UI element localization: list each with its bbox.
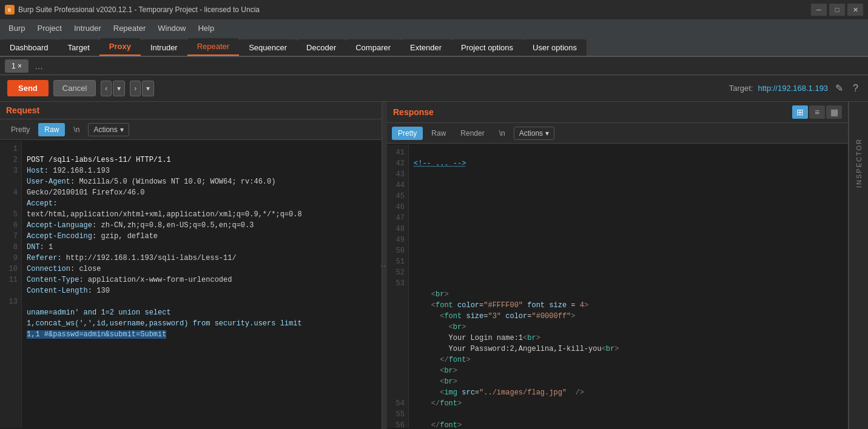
view-list-button[interactable]: ≡ <box>809 105 825 119</box>
content-area: Request Pretty Raw \n Actions ▾ 1 2 3 4 … <box>0 102 868 429</box>
request-actions-button[interactable]: Actions ▾ <box>88 123 129 136</box>
response-code-content: <!-- ... --> <br> <font color="#FFFF00" … <box>409 145 848 428</box>
request-header: Request <box>0 102 382 119</box>
svg-text:B: B <box>8 8 11 12</box>
response-tabbar: Pretty Raw Render \n Actions ▾ <box>387 123 848 144</box>
response-tab-raw[interactable]: Raw <box>425 127 452 140</box>
edit-target-button[interactable]: ✎ <box>833 82 846 94</box>
response-tab-render[interactable]: Render <box>454 127 490 140</box>
nav-prev-button[interactable]: ‹ <box>101 81 112 96</box>
request-tab-newline[interactable]: \n <box>67 123 86 136</box>
response-header: Response ⊞ ≡ ▦ <box>387 102 848 123</box>
titlebar-title: Burp Suite Professional v2020.12.1 - Tem… <box>18 5 260 14</box>
request-line-numbers: 1 2 3 4 5 6 7 8 9 10 11 13 <box>0 141 22 428</box>
main-tabbar: Dashboard Target Proxy Intruder Repeater… <box>0 36 868 57</box>
response-actions-chevron-icon: ▾ <box>545 129 549 138</box>
response-panel: Response ⊞ ≡ ▦ Pretty Raw Render \n Acti… <box>387 102 849 429</box>
inspector-sidebar[interactable]: INSPECTOR <box>849 102 868 429</box>
inspector-label: INSPECTOR <box>855 138 863 188</box>
request-tabbar: Pretty Raw \n Actions ▾ <box>0 119 382 140</box>
help-button[interactable]: ? <box>850 83 861 94</box>
request-title: Request <box>6 105 39 115</box>
response-tab-newline[interactable]: \n <box>493 127 511 140</box>
tab-dashboard[interactable]: Dashboard <box>0 39 58 56</box>
menu-repeater[interactable]: Repeater <box>107 21 152 35</box>
tab-comparer[interactable]: Comparer <box>346 39 400 56</box>
cancel-button[interactable]: Cancel <box>53 80 96 96</box>
nav-next-dd-button[interactable]: ▾ <box>142 81 154 96</box>
response-line-numbers: 41 42 43 44 45 46 47 48 49 50 51 52 53 <box>387 145 409 428</box>
send-button[interactable]: Send <box>7 80 49 96</box>
tab-project-options[interactable]: Project options <box>451 39 523 56</box>
nav-prev-group: ‹ ▾ <box>101 81 125 96</box>
sub-tabbar: 1 × … <box>0 57 868 75</box>
toolbar: Send Cancel ‹ ▾ › ▾ Target: http://192.1… <box>0 75 868 102</box>
response-code-area[interactable]: 41 42 43 44 45 46 47 48 49 50 51 52 53 <box>387 144 848 429</box>
menu-project[interactable]: Project <box>31 21 67 35</box>
tab-intruder[interactable]: Intruder <box>141 39 187 56</box>
request-tab-pretty[interactable]: Pretty <box>5 123 36 136</box>
tab-repeater[interactable]: Repeater <box>187 38 239 56</box>
target-label: Target: <box>729 84 753 93</box>
titlebar-left: B Burp Suite Professional v2020.12.1 - T… <box>5 5 260 15</box>
request-panel: Request Pretty Raw \n Actions ▾ 1 2 3 4 … <box>0 102 382 429</box>
nav-next-button[interactable]: › <box>130 81 141 96</box>
actions-chevron-icon: ▾ <box>120 125 124 134</box>
tab-proxy[interactable]: Proxy <box>99 38 141 56</box>
sub-tab-1[interactable]: 1 × <box>5 59 29 73</box>
panel-divider[interactable]: ⋮ <box>382 102 387 429</box>
view-split-button[interactable]: ⊞ <box>792 105 808 119</box>
sub-tab-dots[interactable]: … <box>31 61 47 71</box>
nav-next-group: › ▾ <box>130 81 154 96</box>
tab-extender[interactable]: Extender <box>400 39 451 56</box>
minimize-button[interactable]: ─ <box>811 4 827 16</box>
request-code-area[interactable]: 1 2 3 4 5 6 7 8 9 10 11 13 POST /sqli-la… <box>0 140 382 429</box>
tab-decoder[interactable]: Decoder <box>297 39 346 56</box>
menu-window[interactable]: Window <box>152 21 192 35</box>
view-mode-buttons: ⊞ ≡ ▦ <box>792 105 842 119</box>
tab-target[interactable]: Target <box>58 39 99 56</box>
request-tab-raw[interactable]: Raw <box>38 123 65 136</box>
nav-prev-dd-button[interactable]: ▾ <box>113 81 125 96</box>
menu-burp[interactable]: Burp <box>2 21 31 35</box>
request-code-content: POST /sqli-labs/Less-11/ HTTP/1.1 Host: … <box>22 141 382 428</box>
close-button[interactable]: ✕ <box>847 4 863 16</box>
response-actions-button[interactable]: Actions ▾ <box>514 127 554 140</box>
target-url: http://192.168.1.193 <box>758 84 828 93</box>
response-title: Response <box>393 107 434 117</box>
menubar: Burp Project Intruder Repeater Window He… <box>0 19 868 36</box>
response-tab-pretty[interactable]: Pretty <box>392 127 423 140</box>
titlebar-controls: ─ □ ✕ <box>811 4 863 16</box>
menu-intruder[interactable]: Intruder <box>68 21 107 35</box>
maximize-button[interactable]: □ <box>829 4 845 16</box>
menu-help[interactable]: Help <box>192 21 220 35</box>
view-grid-button[interactable]: ▦ <box>826 105 842 119</box>
titlebar: B Burp Suite Professional v2020.12.1 - T… <box>0 0 868 19</box>
tab-sequencer[interactable]: Sequencer <box>239 39 297 56</box>
burp-icon: B <box>5 5 15 15</box>
tab-user-options[interactable]: User options <box>523 39 587 56</box>
